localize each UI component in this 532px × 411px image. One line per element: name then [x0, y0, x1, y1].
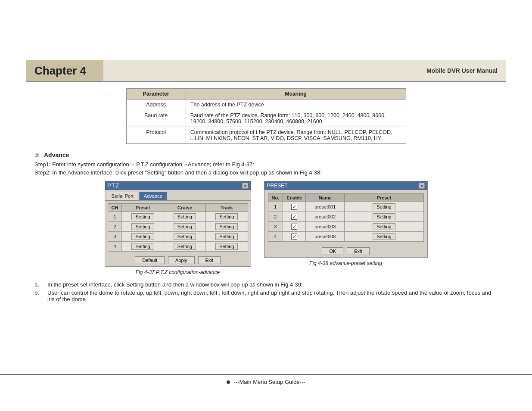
no-1: 1 — [268, 202, 283, 212]
meaning-baudrate: Baud rate of the PTZ device. Range form:… — [186, 110, 406, 127]
preset-setting-btn-3[interactable]: Setting — [131, 233, 154, 240]
list-item: 1 ✓ preset001 Setting — [268, 202, 423, 212]
page-footer: ---Main Menu Setup Guide--- — [0, 374, 532, 385]
cruise-setting-btn-4[interactable]: Setting — [174, 243, 196, 250]
note-b-text: User can control the dome to rotate up, … — [47, 290, 498, 302]
main-content: Parameter Meaning Address The address of… — [34, 88, 498, 302]
checkbox-1[interactable]: ✓ — [291, 204, 297, 210]
exit-button[interactable]: Exit — [198, 256, 221, 264]
meaning-protocol: Communication protocol of t he PTZ devic… — [186, 127, 406, 144]
param-address: Address — [126, 100, 186, 110]
checkbox-3[interactable]: ✓ — [291, 224, 297, 230]
enable-2: ✓ — [283, 212, 306, 222]
ptz-caption: Fig 4-37 P.T.Z configuration-advance — [105, 269, 251, 275]
col-no: No. — [268, 194, 283, 202]
track-setting-btn-4[interactable]: Setting — [215, 243, 238, 250]
cruise-setting-btn-1[interactable]: Setting — [174, 213, 196, 220]
col-meaning: Meaning — [186, 89, 406, 100]
enable-3: ✓ — [283, 222, 306, 232]
ptz-title: P.T.Z — [108, 183, 119, 189]
table-row: 1 Setting Setting Setting — [108, 212, 248, 222]
preset-btn-2: Setting — [345, 212, 423, 222]
list-item: 4 ✓ preset008 Setting — [268, 232, 423, 242]
preset-setting-btn-2[interactable]: Setting — [131, 223, 154, 230]
row-preset: Setting — [122, 212, 164, 222]
note-b: b. User can control the dome to rotate u… — [34, 290, 498, 302]
preset-btn-3: Setting — [345, 222, 423, 232]
preset-exit-button[interactable]: Exit — [347, 247, 369, 255]
row-track: Setting — [206, 222, 248, 232]
meaning-address: The address of the PTZ device — [186, 100, 406, 110]
header-spacer — [103, 60, 418, 81]
preset-setting-3[interactable]: Setting — [373, 223, 395, 230]
cruise-setting-btn-2[interactable]: Setting — [174, 223, 196, 230]
note-b-label: b. — [34, 290, 43, 302]
list-item: 2 ✓ preset002 Setting — [268, 212, 423, 222]
row-ch: 1 — [108, 212, 122, 222]
note-a-text: In the preset set interface, click Setti… — [47, 281, 303, 288]
no-4: 4 — [268, 232, 283, 242]
row-cruise: Setting — [164, 222, 205, 232]
preset-setting-2[interactable]: Setting — [373, 213, 395, 220]
tab-advance[interactable]: Advance — [139, 192, 167, 200]
section-title: ② Advance — [34, 152, 498, 159]
param-protocol: Protocol — [126, 127, 186, 144]
row-track: Setting — [206, 212, 248, 222]
chapter-label: Chapter 4 — [34, 64, 86, 78]
param-table: Parameter Meaning Address The address of… — [126, 88, 406, 144]
preset-close-button[interactable]: ✕ — [419, 183, 425, 189]
table-row: 2 Setting Setting Setting — [108, 222, 248, 232]
preset-setting-4[interactable]: Setting — [373, 233, 395, 240]
default-button[interactable]: Default — [135, 256, 165, 264]
col-preset: Preset — [122, 204, 164, 212]
row-ch: 4 — [108, 242, 122, 252]
preset-setting-btn-1[interactable]: Setting — [131, 213, 154, 220]
preset-btn-4: Setting — [345, 232, 423, 242]
col-cruise: Cruise — [164, 204, 205, 212]
preset-dialog: PRESET ✕ No. Enable Name Preset — [264, 181, 428, 258]
note-a-label: a. — [34, 281, 43, 288]
preset-setting-btn-4[interactable]: Setting — [131, 243, 154, 250]
cruise-setting-btn-3[interactable]: Setting — [174, 233, 196, 240]
ptz-titlebar: P.T.Z ✕ — [105, 181, 251, 190]
ok-button[interactable]: OK — [322, 247, 343, 255]
step1-text: Step1: Enter into system configuration→ … — [34, 161, 498, 168]
param-baudrate: Baud rate — [126, 110, 186, 127]
table-row: 3 Setting Setting Setting — [108, 232, 248, 242]
list-item: 3 ✓ preset003 Setting — [268, 222, 423, 232]
row-track: Setting — [206, 242, 248, 252]
preset-setting-1[interactable]: Setting — [373, 203, 395, 210]
figures-row: P.T.Z ✕ Serial Port Advance CH Preset Cr… — [34, 181, 498, 275]
row-ch: 2 — [108, 222, 122, 232]
name-2: preset002 — [306, 212, 345, 222]
ptz-close-button[interactable]: ✕ — [242, 183, 248, 189]
table-row: Address The address of the PTZ device — [126, 100, 406, 110]
track-setting-btn-1[interactable]: Setting — [215, 213, 238, 220]
note-a: a. In the preset set interface, click Se… — [34, 281, 498, 288]
preset-content: No. Enable Name Preset 1 ✓ preset001 — [264, 190, 427, 245]
col-name: Name — [306, 194, 345, 202]
chapter-box: Chapter 4 — [26, 60, 103, 81]
step2-text: Step2: In the Advance interface, click p… — [34, 169, 498, 176]
footer-text: ---Main Menu Setup Guide--- — [233, 379, 305, 385]
name-1: preset001 — [306, 202, 345, 212]
apply-button[interactable]: Apply — [168, 256, 195, 264]
row-cruise: Setting — [164, 212, 205, 222]
preset-caption: Fig 4-38 advance-preset setting — [264, 260, 428, 266]
table-row: Baud rate Baud rate of the PTZ device. R… — [126, 110, 406, 127]
name-4: preset008 — [306, 232, 345, 242]
checkbox-2[interactable]: ✓ — [291, 214, 297, 220]
track-setting-btn-2[interactable]: Setting — [215, 223, 238, 230]
col-preset: Preset — [345, 194, 423, 202]
ptz-dialog-wrapper: P.T.Z ✕ Serial Port Advance CH Preset Cr… — [105, 181, 251, 275]
checkbox-4[interactable]: ✓ — [291, 234, 297, 240]
ptz-tabs: Serial Port Advance — [105, 190, 251, 201]
preset-dialog-wrapper: PRESET ✕ No. Enable Name Preset — [264, 181, 428, 266]
ptz-dialog: P.T.Z ✕ Serial Port Advance CH Preset Cr… — [105, 181, 251, 267]
col-ch: CH — [108, 204, 122, 212]
track-setting-btn-3[interactable]: Setting — [215, 233, 238, 240]
col-track: Track — [206, 204, 248, 212]
tab-serial-port[interactable]: Serial Port — [107, 192, 138, 200]
preset-footer: OK Exit — [264, 245, 427, 257]
page-header: Chapter 4 Mobile DVR User Manual — [26, 60, 506, 82]
